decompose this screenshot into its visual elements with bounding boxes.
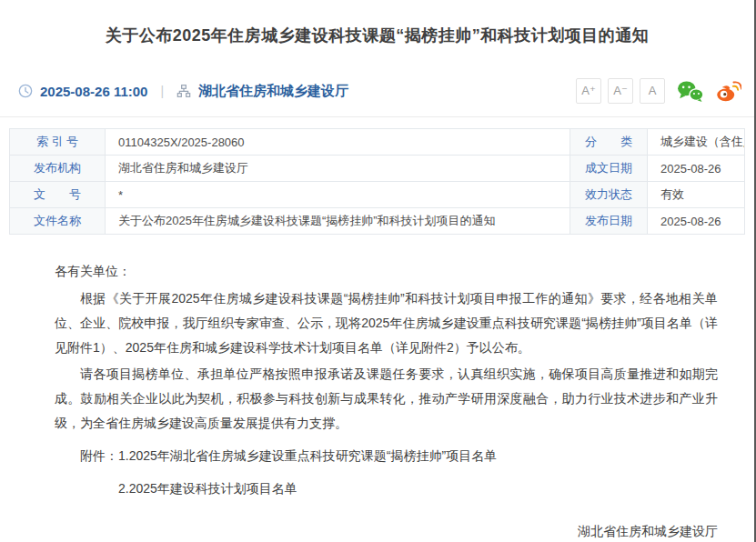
publish-date-label: 发布日期 bbox=[570, 208, 648, 235]
table-row: 索 引 号 01104325X/2025-28060 分 类 城乡建设（含住房） bbox=[10, 129, 745, 156]
wechat-share-icon[interactable] bbox=[677, 80, 704, 103]
notice-page: { "page": { "title": "关于公布2025年住房城乡建设科技课… bbox=[0, 0, 756, 542]
issuing-agency-label: 发布机构 bbox=[10, 156, 106, 182]
font-increase-button[interactable]: A⁺ bbox=[576, 78, 601, 104]
index-number-value: 01104325X/2025-28060 bbox=[106, 129, 570, 156]
doc-number-value: * bbox=[106, 182, 570, 208]
paragraph: 请各项目揭榜单位、承担单位严格按照申报承诺及课题任务要求，认真组织实施，确保项目… bbox=[55, 362, 718, 436]
category-label: 分 类 bbox=[570, 129, 648, 156]
issuing-agency-value: 湖北省住房和城乡建设厅 bbox=[106, 156, 570, 182]
attachments-label: 附件： bbox=[80, 448, 118, 463]
meta-bar: 2025-08-26 11:00 | 湖北省住房和城乡建设厅 A⁺ A⁻ A bbox=[0, 65, 754, 117]
meta-right-group: A⁺ A⁻ A bbox=[576, 78, 741, 104]
meta-separator: | bbox=[160, 84, 164, 98]
written-date-value: 2025-08-26 bbox=[648, 156, 745, 182]
table-row: 文 号 * 效力状态 有效 bbox=[10, 182, 745, 208]
signature: 湖北省住房和城乡建设厅 bbox=[55, 522, 718, 540]
index-number-label: 索 引 号 bbox=[10, 129, 106, 156]
doc-title-label: 文件名称 bbox=[10, 208, 106, 235]
attachment-item-1: 1.2025年湖北省住房城乡建设重点科技研究课题“揭榜挂帅”项目名单 bbox=[118, 448, 497, 463]
attachments: 附件：1.2025年湖北省住房城乡建设重点科技研究课题“揭榜挂帅”项目名单 2.… bbox=[55, 444, 718, 501]
page-title: 关于公布2025年住房城乡建设科技课题“揭榜挂帅”和科技计划项目的通知 bbox=[0, 0, 754, 65]
validity-status-label: 效力状态 bbox=[570, 182, 648, 208]
source-name: 湖北省住房和城乡建设厅 bbox=[198, 83, 348, 100]
info-table: 索 引 号 01104325X/2025-28060 分 类 城乡建设（含住房）… bbox=[9, 128, 745, 235]
table-row: 文件名称 关于公布2025年住房城乡建设科技课题“揭榜挂帅”和科技计划项目的通知… bbox=[10, 208, 745, 235]
doc-number-label: 文 号 bbox=[10, 182, 106, 208]
font-default-button[interactable]: A bbox=[640, 78, 665, 104]
paragraph: 根据《关于开展2025年住房城乡建设科技课题“揭榜挂帅”和科技计划项目申报工作的… bbox=[55, 286, 718, 360]
sitemap-icon bbox=[176, 84, 191, 98]
publish-date-value: 2025-08-26 bbox=[648, 208, 745, 235]
category-value: 城乡建设（含住房） bbox=[648, 129, 745, 156]
notice-body: 各有关单位： 根据《关于开展2025年住房城乡建设科技课题“揭榜挂帅”和科技计划… bbox=[0, 235, 754, 542]
meta-left-group: 2025-08-26 11:00 | 湖北省住房和城乡建设厅 bbox=[18, 83, 348, 100]
salutation: 各有关单位： bbox=[55, 259, 718, 284]
validity-status-value: 有效 bbox=[648, 182, 745, 208]
table-row: 发布机构 湖北省住房和城乡建设厅 成文日期 2025-08-26 bbox=[10, 156, 745, 182]
written-date-label: 成文日期 bbox=[570, 156, 648, 182]
publish-time: 2025-08-26 11:00 bbox=[40, 84, 147, 99]
attachment-item-2: 2.2025年建设科技计划项目名单 bbox=[55, 477, 718, 501]
weibo-share-icon[interactable] bbox=[716, 80, 741, 102]
clock-icon bbox=[18, 84, 33, 98]
info-table-wrap: 索 引 号 01104325X/2025-28060 分 类 城乡建设（含住房）… bbox=[0, 117, 754, 235]
attachment-line: 附件：1.2025年湖北省住房城乡建设重点科技研究课题“揭榜挂帅”项目名单 bbox=[55, 444, 718, 468]
doc-title-value: 关于公布2025年住房城乡建设科技课题“揭榜挂帅”和科技计划项目的通知 bbox=[106, 208, 570, 235]
font-decrease-button[interactable]: A⁻ bbox=[608, 78, 633, 104]
